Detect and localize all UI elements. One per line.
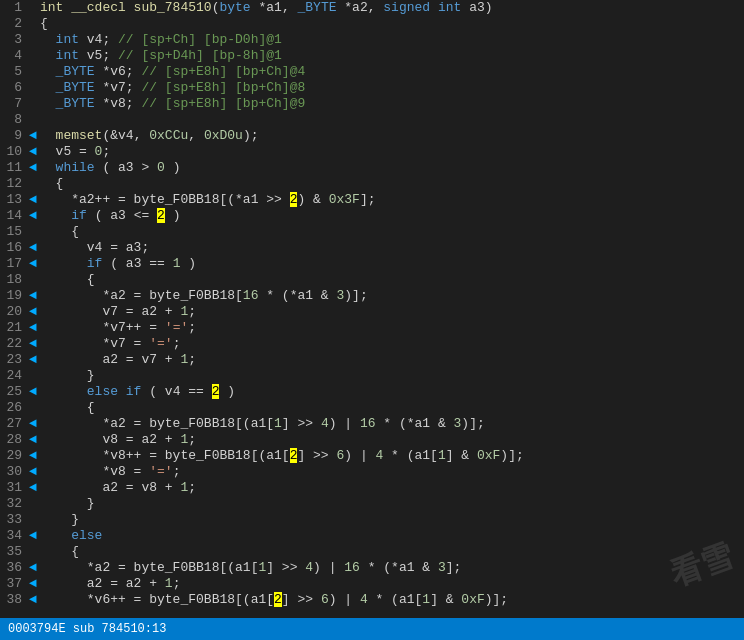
line-arrow [28, 96, 38, 112]
token: 2 [274, 592, 282, 607]
token: )]; [461, 416, 484, 431]
line-content: } [38, 512, 744, 528]
line-content: *a2 = byte_F0BB18[(a1[1] >> 4) | 16 * (*… [38, 560, 744, 576]
token: 0xF [477, 448, 500, 463]
code-line: 5 _BYTE *v6; // [sp+E8h] [bp+Ch]@4 [0, 64, 744, 80]
token: 0xCCu [149, 128, 188, 143]
token: } [40, 512, 79, 527]
token: ) | [329, 416, 360, 431]
line-number: 14 [0, 208, 28, 224]
token: *v8++ = byte_F0BB18[(a1[ [40, 448, 290, 463]
token: v7 = a2 + [40, 304, 180, 319]
code-line: 24 } [0, 368, 744, 384]
line-number: 23 [0, 352, 28, 368]
token: ) & [297, 192, 328, 207]
line-content: *v8 = '='; [38, 464, 744, 480]
code-line: 21◄ *v7++ = '='; [0, 320, 744, 336]
token: &v4, [110, 128, 149, 143]
token: { [40, 544, 79, 559]
token: 4 [305, 560, 313, 575]
token: *v6++ = byte_F0BB18[(a1[ [40, 592, 274, 607]
status-text: 0003794E sub 784510:13 [8, 622, 166, 636]
token [40, 48, 56, 63]
code-line: 1 int __cdecl sub_784510(byte *a1, _BYTE… [0, 0, 744, 16]
token: ( a3 > [95, 160, 157, 175]
token: ] & [430, 592, 461, 607]
token: ] >> [297, 448, 336, 463]
code-line: 2 { [0, 16, 744, 32]
token: else [71, 528, 102, 543]
line-number: 37 [0, 576, 28, 592]
code-line: 9◄ memset(&v4, 0xCCu, 0xD0u); [0, 128, 744, 144]
line-number: 2 [0, 16, 28, 32]
token: '=' [149, 464, 172, 479]
line-content: a2 = a2 + 1; [38, 576, 744, 592]
line-number: 12 [0, 176, 28, 192]
line-number: 33 [0, 512, 28, 528]
token: 0xF [461, 592, 484, 607]
line-arrow [28, 544, 38, 560]
token: ); [243, 128, 259, 143]
token: ; [188, 320, 196, 335]
line-content: *a2++ = byte_F0BB18[(*a1 >> 2) & 0x3F]; [38, 192, 744, 208]
code-line: 27◄ *a2 = byte_F0BB18[(a1[1] >> 4) | 16 … [0, 416, 744, 432]
line-content: { [38, 400, 744, 416]
code-line: 35 { [0, 544, 744, 560]
line-content: } [38, 496, 744, 512]
token: v5 = [40, 144, 95, 159]
token: if [87, 256, 103, 271]
token: * (a1[ [368, 592, 423, 607]
code-line: 18 { [0, 272, 744, 288]
token: a2 = v8 + [40, 480, 180, 495]
token: * (*a1 & [360, 560, 438, 575]
token: , [188, 128, 204, 143]
token: *a2 = byte_F0BB18[ [40, 288, 243, 303]
token: ( a3 <= [87, 208, 157, 223]
line-arrow: ◄ [28, 288, 38, 304]
code-line: 3 int v4; // [sp+Ch] [bp-D0h]@1 [0, 32, 744, 48]
line-number: 38 [0, 592, 28, 608]
token [40, 128, 56, 143]
token: { [40, 176, 63, 191]
token: a2 = a2 + [40, 576, 165, 591]
code-line: 10◄ v5 = 0; [0, 144, 744, 160]
token: 16 [243, 288, 259, 303]
line-number: 26 [0, 400, 28, 416]
line-content: a2 = v8 + 1; [38, 480, 744, 496]
code-line: 6 _BYTE *v7; // [sp+E8h] [bp+Ch]@8 [0, 80, 744, 96]
token: ; [173, 464, 181, 479]
line-arrow [28, 512, 38, 528]
code-line: 28◄ v8 = a2 + 1; [0, 432, 744, 448]
line-arrow: ◄ [28, 384, 38, 400]
line-arrow: ◄ [28, 192, 38, 208]
token [40, 384, 87, 399]
line-content: { [38, 176, 744, 192]
token [40, 256, 87, 271]
code-line: 23◄ a2 = v7 + 1; [0, 352, 744, 368]
token [40, 80, 56, 95]
code-line: 13◄ *a2++ = byte_F0BB18[(*a1 >> 2) & 0x3… [0, 192, 744, 208]
line-number: 27 [0, 416, 28, 432]
line-arrow: ◄ [28, 304, 38, 320]
code-line: 14◄ if ( a3 <= 2 ) [0, 208, 744, 224]
token: *v7 = [40, 336, 149, 351]
code-container: 1 int __cdecl sub_784510(byte *a1, _BYTE… [0, 0, 744, 618]
code-line: 34◄ else [0, 528, 744, 544]
line-content: *a2 = byte_F0BB18[16 * (*a1 & 3)]; [38, 288, 744, 304]
line-number: 16 [0, 240, 28, 256]
line-number: 10 [0, 144, 28, 160]
token: ) [219, 384, 235, 399]
line-arrow: ◄ [28, 416, 38, 432]
token: else if [87, 384, 142, 399]
token [40, 528, 71, 543]
line-arrow: ◄ [28, 528, 38, 544]
line-content: *v7 = '='; [38, 336, 744, 352]
token: *a2 = byte_F0BB18[(a1[ [40, 416, 274, 431]
line-content: int __cdecl sub_784510(byte *a1, _BYTE *… [38, 0, 744, 16]
code-line: 8 [0, 112, 744, 128]
token: v4; [79, 32, 118, 47]
token: *v6; [95, 64, 142, 79]
token: } [40, 368, 95, 383]
code-line: 26 { [0, 400, 744, 416]
code-line: 37◄ a2 = a2 + 1; [0, 576, 744, 592]
